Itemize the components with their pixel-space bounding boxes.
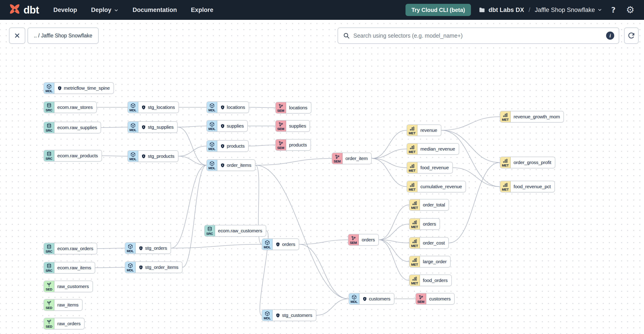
metric-chart-icon: MET [410,256,420,267]
node-type-label: MDL [208,147,216,151]
node-label: ecom.raw_stores [54,102,96,113]
node-label: raw_items [54,300,82,310]
node-type-label: SED [46,288,52,291]
refresh-button[interactable] [624,27,638,44]
node-sed_raw_orders[interactable]: SEDraw_orders [44,318,84,330]
node-mdl_orders[interactable]: MDLorders [262,238,299,250]
edge [372,159,406,168]
node-type-label: SEM [417,300,424,303]
node-src_products[interactable]: SRCecom.raw_products [44,150,102,162]
nav-right: Try Cloud CLI (beta) dbt Labs DX / Jaffl… [406,4,636,16]
edge [379,240,409,243]
node-met_order_cost[interactable]: METorder_cost [409,237,449,249]
node-type-label: MDL [130,157,136,161]
edge [249,107,275,108]
node-sem_customers[interactable]: SEMcustomers [416,293,455,305]
node-sem_supplies[interactable]: SEMsupplies [275,120,310,132]
dbt-logo-icon [9,4,20,15]
edge [299,240,348,244]
edge [178,127,206,165]
info-icon[interactable]: i [606,31,614,40]
search-input[interactable] [353,32,606,39]
node-stg_locations[interactable]: MDLstg_locations [128,101,179,113]
node-type-label: SEM [277,109,284,112]
node-type-label: SRC [46,108,52,112]
node-mdl_metricflow_time_spine[interactable]: MDLmetricflow_time_spine [44,82,114,94]
edge [171,165,206,248]
cube-icon: MDL [207,141,217,152]
nav-link-documentation[interactable]: Documentation [133,6,177,13]
edge [441,130,500,187]
node-type-label: SRC [46,250,52,253]
metric-chart-icon: MET [500,157,511,168]
nav-link-develop[interactable]: Develop [54,6,77,13]
node-type-label: MET [502,118,508,121]
node-met_median_revenue[interactable]: METmedian_revenue [406,143,459,155]
node-sed_raw_customers[interactable]: SEDraw_customers [44,281,93,292]
node-type-label: MDL [127,249,134,253]
node-stg_supplies[interactable]: MDLstg_supplies [128,121,178,133]
edge [97,248,125,249]
nav-link-deploy[interactable]: Deploy [91,6,119,13]
metric-chart-icon: MET [407,162,418,173]
edge [178,126,206,127]
node-sem_products[interactable]: SEMproducts [275,139,311,151]
dbt-logo-word: dbt [24,5,39,15]
node-src_items[interactable]: SRCecom.raw_items [44,262,95,274]
node-mdl_products[interactable]: MDLproducts [206,140,249,152]
node-type-label: SRC [46,269,52,272]
node-mdl_order_items[interactable]: MDLorder_items [206,159,256,171]
node-src_customers[interactable]: SRCecom.raw_customers [204,225,266,237]
node-sed_raw_items[interactable]: SEDraw_items [44,299,82,311]
edge [171,244,262,248]
node-sem_order_item[interactable]: SEMorder_item [332,153,372,164]
close-button[interactable] [9,27,25,44]
edge [449,163,500,243]
node-met_food_revenue_pct[interactable]: METfood_revenue_pct [500,181,555,192]
cube-icon: MDL [125,262,136,273]
metric-chart-icon: MET [407,125,418,136]
node-met_large_order[interactable]: METlarge_order [409,256,450,268]
node-sem_orders[interactable]: SEMorders [348,234,379,246]
node-stg_products[interactable]: MDLstg_products [128,150,178,162]
node-type-label: MDL [208,108,216,112]
node-stg_order_items[interactable]: MDLstg_order_items [125,261,182,273]
node-sem_locations[interactable]: SEMlocations [275,102,312,114]
seed-sprout-icon: SED [44,281,54,292]
edge [379,205,409,240]
node-mdl_customers[interactable]: MDLcustomers [349,293,394,305]
nav-link-explore[interactable]: Explore [191,6,213,13]
node-src_stores[interactable]: SRCecom.raw_stores [44,101,97,113]
node-stg_orders[interactable]: MDLstg_orders [125,242,171,254]
shield-icon [141,105,146,110]
node-mdl_locations[interactable]: MDLlocations [206,101,249,113]
node-src_supplies[interactable]: SRCecom.raw_supplies [44,122,101,133]
node-met_revenue_growth_mom[interactable]: METrevenue_growth_mom [500,111,564,123]
node-label: stg_supplies [138,122,177,133]
node-stg_customers[interactable]: MDLstg_customers [262,310,316,321]
node-label: ecom.raw_customers [215,225,266,236]
gear-icon[interactable]: ⚙ [624,5,636,15]
node-met_cumulative_revenue[interactable]: METcumulative_revenue [406,181,466,192]
dbt-logo[interactable]: dbt [9,4,39,15]
breadcrumb[interactable]: .. / Jaffle Shop Snowflake [28,27,98,44]
node-type-label: SEM [350,241,357,244]
node-met_order_gross_profit[interactable]: METorder_gross_profit [500,157,555,168]
lineage-canvas[interactable]: MDLmetricflow_time_spineSRCecom.raw_stor… [0,0,644,334]
node-src_orders[interactable]: SRCecom.raw_orders [44,243,97,254]
node-label: food_revenue [418,162,452,173]
node-met_revenue[interactable]: METrevenue [406,124,441,136]
node-met_orders[interactable]: METorders [409,218,440,230]
shield-icon [141,154,146,159]
metric-chart-icon: MET [410,238,420,248]
node-met_food_revenue[interactable]: METfood_revenue [406,162,453,173]
node-met_food_orders[interactable]: METfood_orders [409,275,452,286]
account-name[interactable]: dbt Labs DX [488,6,524,13]
database-icon: SRC [44,102,54,113]
node-met_order_total[interactable]: METorder_total [409,199,449,211]
project-selector[interactable]: Jaffle Shop Snowflake [535,6,602,13]
edge [95,267,125,268]
node-mdl_supplies[interactable]: MDLsupplies [206,120,248,132]
try-cloud-cli-button[interactable]: Try Cloud CLI (beta) [406,4,471,16]
help-icon[interactable]: ? [610,6,617,14]
